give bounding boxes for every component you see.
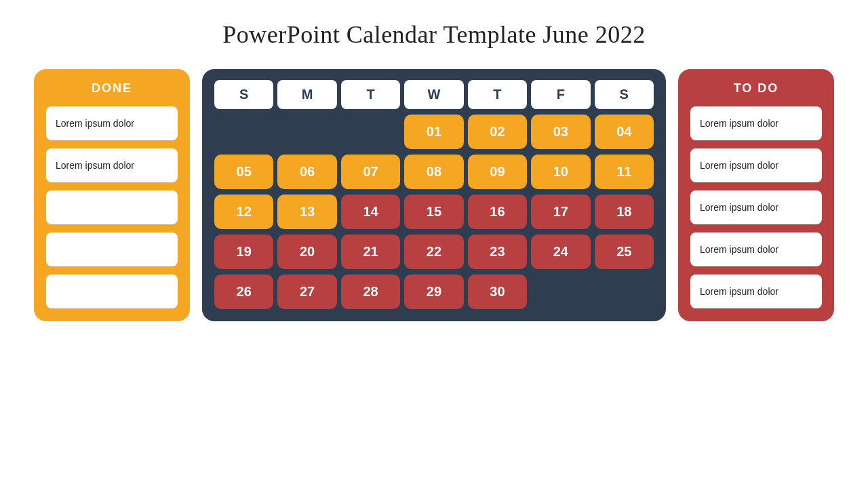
day-header: F [531, 80, 590, 109]
day-cell: 21 [341, 235, 400, 269]
calendar-grid: 0102030405060708091011121314151617181920… [214, 115, 654, 309]
todo-item-5: Lorem ipsum dolor [690, 274, 822, 308]
day-cell: 19 [214, 235, 273, 269]
day-cell: 10 [531, 155, 590, 189]
done-panel: DONE Lorem ipsum dolor Lorem ipsum dolor [34, 69, 190, 321]
page-title: PowerPoint Calendar Template June 2022 [222, 20, 646, 49]
todo-item-1: Lorem ipsum dolor [690, 106, 822, 140]
calendar-row: 2627282930 [214, 274, 654, 309]
day-cell: 27 [277, 274, 336, 309]
main-content: DONE Lorem ipsum dolor Lorem ipsum dolor… [34, 69, 834, 321]
day-cell [341, 115, 400, 149]
todo-item-2: Lorem ipsum dolor [690, 148, 822, 182]
day-cell: 04 [595, 115, 654, 149]
todo-item-4: Lorem ipsum dolor [690, 232, 822, 266]
day-cell: 11 [595, 155, 654, 189]
day-cell: 18 [595, 195, 654, 229]
day-header: T [341, 80, 400, 109]
done-item-1: Lorem ipsum dolor [46, 106, 178, 140]
day-cell: 13 [277, 195, 336, 229]
calendar-header: SMTWTFS [214, 80, 654, 109]
todo-item-3: Lorem ipsum dolor [690, 190, 822, 224]
day-cell: 26 [214, 274, 273, 309]
calendar-row: 01020304 [214, 115, 654, 149]
calendar-panel: SMTWTFS 01020304050607080910111213141516… [202, 69, 666, 321]
calendar-row: 19202122232425 [214, 235, 654, 269]
day-cell: 01 [404, 115, 463, 149]
done-item-4 [46, 232, 178, 266]
day-cell [595, 274, 654, 309]
day-cell: 16 [468, 195, 527, 229]
day-cell [277, 115, 336, 149]
day-cell: 24 [531, 235, 590, 269]
day-header: S [595, 80, 654, 109]
day-header: M [277, 80, 336, 109]
calendar-row: 12131415161718 [214, 195, 654, 229]
done-heading: DONE [92, 81, 132, 96]
day-cell: 20 [277, 235, 336, 269]
day-cell: 07 [341, 155, 400, 189]
todo-heading: TO DO [734, 81, 779, 96]
day-cell: 06 [277, 155, 336, 189]
day-cell: 28 [341, 274, 400, 309]
day-cell: 22 [404, 235, 463, 269]
day-cell: 09 [468, 155, 527, 189]
day-header: S [214, 80, 273, 109]
day-cell: 25 [595, 235, 654, 269]
calendar-row: 05060708091011 [214, 155, 654, 189]
todo-panel: TO DO Lorem ipsum dolor Lorem ipsum dolo… [678, 69, 834, 321]
day-cell: 08 [404, 155, 463, 189]
day-cell: 29 [404, 274, 463, 309]
day-cell: 12 [214, 195, 273, 229]
done-item-3 [46, 190, 178, 224]
day-header: T [468, 80, 527, 109]
done-item-2: Lorem ipsum dolor [46, 148, 178, 182]
day-cell [531, 274, 590, 309]
day-cell: 14 [341, 195, 400, 229]
day-cell: 02 [468, 115, 527, 149]
done-item-5 [46, 274, 178, 308]
day-cell: 30 [468, 274, 527, 309]
day-cell: 03 [531, 115, 590, 149]
day-header: W [404, 80, 463, 109]
day-cell: 15 [404, 195, 463, 229]
day-cell: 23 [468, 235, 527, 269]
day-cell: 17 [531, 195, 590, 229]
day-cell: 05 [214, 155, 273, 189]
day-cell [214, 115, 273, 149]
